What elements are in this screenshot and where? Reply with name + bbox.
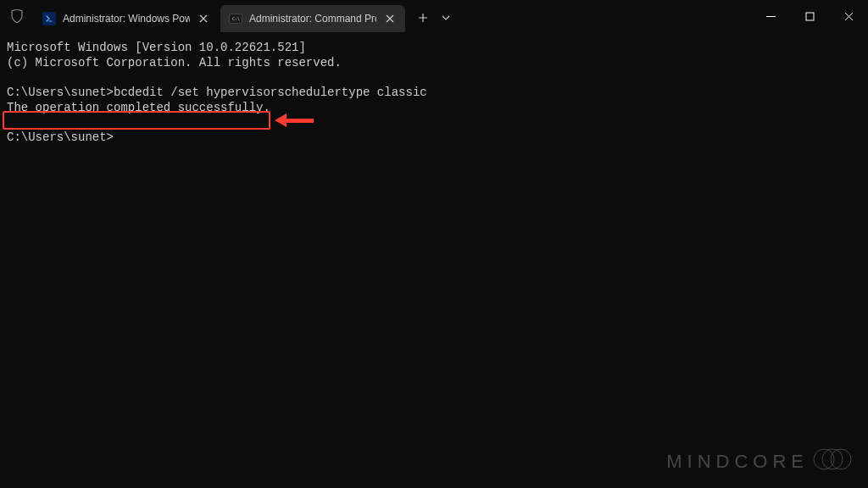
watermark-text: MINDCORE (666, 451, 809, 473)
annotation-highlight-box (3, 111, 270, 130)
tab-title: Administrator: Windows Powe (63, 13, 190, 25)
powershell-icon (42, 12, 56, 25)
tab-powershell[interactable]: Administrator: Windows Powe (34, 5, 219, 32)
copyright-line: (c) Microsoft Corporation. All rights re… (7, 56, 861, 71)
tab-close-button[interactable] (383, 12, 397, 25)
maximize-button[interactable] (790, 0, 829, 32)
svg-text:C:\: C:\ (232, 16, 240, 21)
new-tab-button[interactable] (410, 5, 436, 30)
watermark-logo-icon (812, 447, 853, 476)
tab-dropdown-button[interactable] (436, 5, 456, 30)
tab-command-prompt[interactable]: C:\ Administrator: Command Pro (220, 5, 405, 32)
svg-rect-1 (806, 13, 814, 20)
prompt-line: C:\Users\sunet> (7, 130, 861, 146)
tab-strip: Administrator: Windows Powe C:\ Administ… (34, 0, 456, 32)
close-button[interactable] (829, 0, 868, 32)
svg-point-3 (822, 449, 843, 469)
admin-shield-icon (10, 9, 24, 23)
tab-close-button[interactable] (197, 12, 210, 25)
version-line: Microsoft Windows [Version 10.0.22621.52… (7, 41, 861, 56)
cmd-icon: C:\ (229, 12, 242, 25)
annotation-arrow-icon (275, 114, 314, 127)
terminal-output[interactable]: Microsoft Windows [Version 10.0.22621.52… (0, 32, 868, 154)
minimize-button[interactable] (751, 0, 790, 32)
titlebar: Administrator: Windows Powe C:\ Administ… (0, 0, 868, 32)
watermark: MINDCORE (666, 447, 853, 476)
tab-title: Administrator: Command Pro (249, 13, 376, 25)
window-controls (751, 0, 868, 32)
command-line: C:\Users\sunet>bcdedit /set hypervisorsc… (7, 86, 861, 101)
